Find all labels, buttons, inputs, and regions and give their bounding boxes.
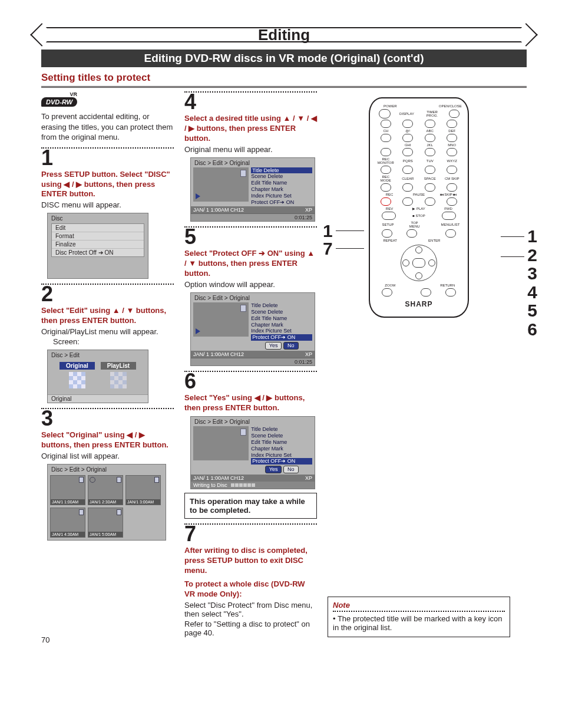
duration-callout: This operation may take a while to be co… — [184, 493, 317, 519]
dvd-rw-badge: DVD-RW — [41, 97, 77, 107]
no-button: No — [283, 342, 299, 350]
step-5-result: Option window will appear. — [184, 280, 317, 289]
step-number-7: 7 — [184, 523, 317, 545]
osd-side-menu: Title Delete Scene Delete Edit Title Nam… — [251, 167, 312, 206]
whole-disc-body1: Select "Disc Protect" from Disc menu, th… — [184, 601, 317, 618]
osd-playlist-label: PlayList — [101, 362, 136, 370]
remote-callout-left: 7 — [323, 239, 333, 259]
step-2-instruction: Select "Edit" using ▲ / ▼ buttons, then … — [41, 306, 174, 326]
step-number-5: 5 — [184, 226, 317, 248]
step-number-1: 1 — [41, 147, 174, 169]
step-7-instruction: After writing to disc is completed, pres… — [184, 546, 317, 576]
osd-side-menu: Title Delete Scene Delete Edit Title Nam… — [251, 426, 312, 473]
osd-title-menu-6: Disc > Edit > Original Title Delete Scen… — [190, 416, 315, 489]
step-5-instruction: Select "Protect OFF ➔ ON" using ▲ / ▼ bu… — [184, 249, 317, 279]
note-body: • The protected title will be marked wit… — [333, 614, 505, 632]
osd-disc-menu: Disc Edit Format Finalize Disc Protect O… — [47, 213, 148, 279]
note-box: Note • The protected title will be marke… — [328, 597, 510, 637]
step-2-result: Original/PlayList menu will appear. — [41, 327, 174, 336]
osd-title: Disc > Edit > Original — [191, 293, 315, 301]
whole-disc-head: To protect a whole disc (DVD-RW VR mode … — [184, 579, 317, 599]
osd-original-label: Original — [59, 362, 95, 370]
remote-enter-button — [412, 258, 425, 268]
step-number-2: 2 — [41, 284, 174, 305]
page-number: 70 — [41, 635, 49, 644]
column-middle: 4 Select a desired title using ▲ / ▼ / ◀… — [184, 91, 317, 637]
play-icon — [196, 328, 200, 334]
page-header: Editing — [41, 24, 527, 46]
step-3-result: Original list will appear. — [41, 452, 174, 460]
dvd-rw-vr-badge: VR DVD-RW — [41, 91, 77, 109]
preview-pane — [193, 167, 249, 202]
osd-title: Disc > Edit > Original — [191, 158, 315, 166]
note-title: Note — [333, 601, 350, 610]
yes-button: Yes — [265, 342, 282, 350]
step-number-6: 6 — [184, 371, 317, 392]
thumbnail-icon — [69, 372, 85, 388]
remote-callout-right: 1 2 3 4 5 6 — [527, 227, 537, 338]
column-left: VR DVD-RW To prevent accidental editing,… — [41, 91, 174, 637]
thumbnail-item: JAN/1 5:00AM — [88, 508, 123, 538]
osd-disc-menu-title: Disc — [48, 213, 148, 222]
thumbnail-item: JAN/1 3:00AM — [125, 475, 161, 505]
screen-label: Screen: — [53, 337, 174, 346]
thumbnail-item: JAN/1 2:30AM — [88, 475, 123, 505]
preview-pane — [193, 426, 249, 460]
vr-tag: VR — [41, 91, 77, 97]
remote-diagram: 1 7 1 2 3 4 5 6 POWEROPEN/CLOSE DISPLAYT… — [328, 91, 510, 318]
brand-label: SHARP — [375, 300, 463, 308]
osd-original-list-title: Disc > Edit > Original — [48, 465, 166, 473]
play-icon — [196, 193, 200, 199]
osd-title-menu-5: Disc > Edit > Original Title Delete Scen… — [190, 292, 315, 366]
osd-caption: Original — [48, 394, 148, 403]
no-button: No — [283, 466, 299, 473]
thumbnail-item: JAN/1 1:00AM — [50, 475, 85, 505]
column-right: 1 7 1 2 3 4 5 6 POWEROPEN/CLOSE DISPLAYT… — [328, 91, 510, 637]
page-title: Editing — [41, 26, 527, 44]
sub-heading: Editing DVD-RW discs in VR mode (Origina… — [41, 50, 527, 67]
osd-side-menu: Title Delete Scene Delete Edit Title Nam… — [251, 302, 312, 350]
section-heading: Setting titles to protect — [41, 72, 527, 88]
whole-disc-body2: Refer to "Setting a disc to protect" on … — [184, 620, 317, 637]
osd-item: Format — [52, 232, 144, 241]
step-1-result: DISC menu will appear. — [41, 200, 174, 209]
step-3-instruction: Select "Original" using ◀ / ▶ buttons, t… — [41, 430, 174, 450]
osd-original-list: Disc > Edit > Original JAN/1 1:00AM JAN/… — [47, 464, 166, 541]
osd-edit-menu: Disc > Edit Original PlayList Original — [47, 350, 148, 403]
preview-pane — [193, 302, 249, 337]
step-number-3: 3 — [41, 408, 174, 429]
step-4-instruction: Select a desired title using ▲ / ▼ / ◀ /… — [184, 114, 317, 144]
remote-control-icon: POWEROPEN/CLOSE DISPLAYTIMER PROG. CH@!A… — [369, 97, 469, 318]
step-number-4: 4 — [184, 91, 317, 113]
step-1-instruction: Press SETUP button. Select "DISC" using … — [41, 170, 174, 200]
step-6-instruction: Select "Yes" using ◀ / ▶ buttons, then p… — [184, 393, 317, 413]
osd-title-menu-4: Disc > Edit > Original Title Delete Scen… — [190, 157, 315, 222]
thumbnail-item: JAN/1 4:30AM — [50, 508, 85, 538]
remote-key-1 — [402, 134, 413, 142]
step-4-result: Original menu will appear. — [184, 145, 317, 154]
osd-item: Edit — [52, 224, 144, 232]
remote-dpad-icon — [401, 245, 437, 281]
osd-title: Disc > Edit > Original — [191, 417, 315, 425]
yes-button: Yes — [265, 466, 282, 473]
remote-callout-left: 1 — [323, 221, 333, 241]
osd-edit-menu-title: Disc > Edit — [48, 350, 148, 358]
osd-item: Finalize — [52, 241, 144, 249]
osd-item: Disc Protect Off ➔ ON — [52, 249, 144, 256]
intro-text: To prevent accidental editing, or erasin… — [41, 111, 174, 143]
thumbnail-icon — [110, 372, 127, 388]
